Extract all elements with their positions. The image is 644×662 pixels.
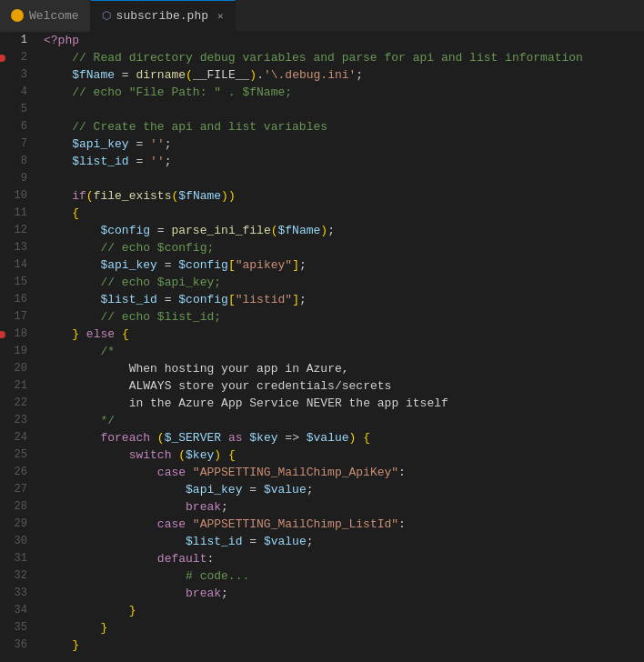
code-line: // echo $list_id; — [44, 308, 644, 326]
line-number: 8 — [0, 153, 27, 170]
line-number: 33 — [0, 585, 27, 602]
breakpoint-dot — [0, 331, 5, 338]
line-number: 12 — [0, 222, 27, 239]
line-number: 34 — [0, 602, 27, 619]
line-number: 30 — [0, 533, 27, 550]
line-number: 13 — [0, 239, 27, 256]
line-number: 18 — [0, 326, 27, 343]
line-number: 2 — [0, 49, 27, 66]
code-line: */ — [44, 412, 644, 429]
line-number: 10 — [0, 187, 27, 205]
code-line: /* — [44, 343, 644, 360]
line-number: 26 — [0, 464, 27, 481]
code-line: break; — [44, 498, 644, 516]
code-line: } — [44, 619, 644, 637]
code-line: { — [44, 205, 644, 222]
tab-subscribe-php[interactable]: ⬡ subscribe.php ✕ — [91, 0, 236, 32]
code-line: When hosting your app in Azure, — [44, 360, 644, 377]
line-number: 19 — [0, 343, 27, 360]
line-number: 14 — [0, 256, 27, 274]
line-number: 17 — [0, 308, 27, 326]
code-line: if(file_exists($fName)) — [44, 187, 644, 205]
tab-bar: Welcome ⬡ subscribe.php ✕ — [0, 0, 644, 32]
code-line: # code... — [44, 567, 644, 585]
code-line: break; — [44, 585, 644, 602]
code-line: $list_id = ''; — [44, 153, 644, 170]
line-number: 1 — [0, 32, 27, 49]
code-line: // echo "File Path: " . $fName; — [44, 84, 644, 101]
welcome-icon — [11, 9, 24, 22]
line-number: 5 — [0, 101, 27, 118]
line-number: 22 — [0, 395, 27, 412]
tab-close-button[interactable]: ✕ — [217, 10, 224, 22]
editor: 1234567891011121314151617181920212223242… — [0, 32, 644, 662]
line-number: 16 — [0, 291, 27, 308]
line-number: 21 — [0, 377, 27, 395]
line-number: 6 — [0, 118, 27, 135]
tab-welcome-label: Welcome — [29, 9, 79, 23]
code-line: // echo $api_key; — [44, 274, 644, 291]
line-number: 9 — [0, 170, 27, 187]
tab-subscribe-label: subscribe.php — [116, 9, 208, 23]
code-line: $list_id = $value; — [44, 533, 644, 550]
code-line: } — [44, 637, 644, 654]
line-number: 31 — [0, 550, 27, 567]
code-line: $fName = dirname(__FILE__).'\.debug.ini'… — [44, 66, 644, 84]
code-line: $api_key = ''; — [44, 135, 644, 153]
code-line: case "APPSETTING_MailChimp_ListId": — [44, 516, 644, 533]
code-line: // echo $config; — [44, 239, 644, 256]
code-line: } else { — [44, 326, 644, 343]
line-number: 3 — [0, 66, 27, 84]
code-line: $api_key = $config["apikey"]; — [44, 256, 644, 274]
line-number: 35 — [0, 619, 27, 637]
line-number: 27 — [0, 481, 27, 498]
line-number: 7 — [0, 135, 27, 153]
code-line: default: — [44, 550, 644, 567]
line-number: 36 — [0, 637, 27, 654]
code-line: } — [44, 602, 644, 619]
php-icon: ⬡ — [102, 9, 111, 23]
code-line: <?php — [44, 32, 644, 49]
code-line: // Read directory debug variables and pa… — [44, 49, 644, 66]
line-number: 28 — [0, 498, 27, 516]
code-line: // Create the api and list variables — [44, 118, 644, 135]
line-number: 4 — [0, 84, 27, 101]
breakpoint-dot — [0, 55, 5, 62]
line-number: 24 — [0, 429, 27, 446]
code-line: foreach ($_SERVER as $key => $value) { — [44, 429, 644, 446]
line-number: 11 — [0, 205, 27, 222]
line-number: 29 — [0, 516, 27, 533]
code-line: $config = parse_ini_file($fName); — [44, 222, 644, 239]
line-number: 23 — [0, 412, 27, 429]
code-line: case "APPSETTING_MailChimp_ApiKey": — [44, 464, 644, 481]
tab-welcome[interactable]: Welcome — [0, 0, 91, 32]
code-line: ALWAYS store your credentials/secrets — [44, 377, 644, 395]
code-area[interactable]: <?php // Read directory debug variables … — [36, 32, 644, 662]
code-line: in the Azure App Service NEVER the app i… — [44, 395, 644, 412]
code-line — [44, 101, 644, 118]
code-line — [44, 170, 644, 187]
line-number: 25 — [0, 446, 27, 464]
code-line: $list_id = $config["listid"]; — [44, 291, 644, 308]
line-number: 32 — [0, 567, 27, 585]
line-number: 15 — [0, 274, 27, 291]
line-number: 20 — [0, 360, 27, 377]
code-line: switch ($key) { — [44, 446, 644, 464]
line-numbers: 1234567891011121314151617181920212223242… — [0, 32, 36, 662]
code-line: $api_key = $value; — [44, 481, 644, 498]
